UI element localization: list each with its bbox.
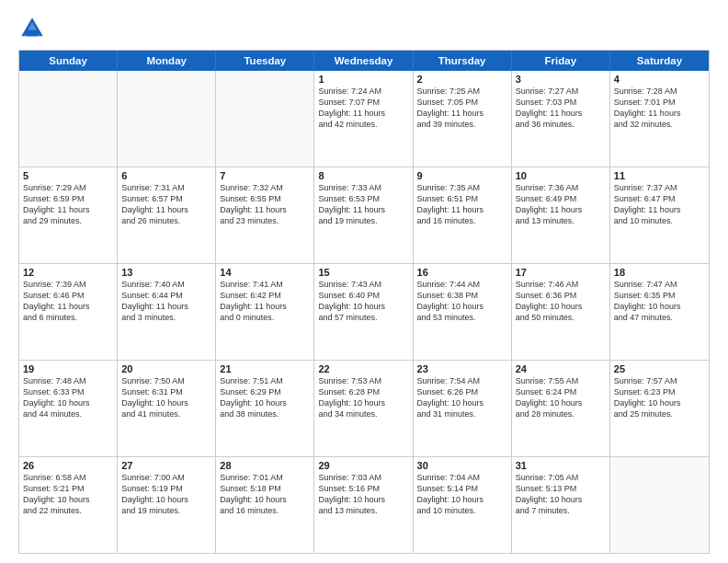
calendar-header-cell: Sunday xyxy=(19,51,118,71)
calendar-header-cell: Saturday xyxy=(610,51,709,71)
day-info: Sunrise: 6:58 AM Sunset: 5:21 PM Dayligh… xyxy=(23,472,113,517)
day-info: Sunrise: 7:28 AM Sunset: 7:01 PM Dayligh… xyxy=(614,86,705,131)
calendar-header-cell: Monday xyxy=(118,51,216,71)
calendar-cell: 14Sunrise: 7:41 AM Sunset: 6:42 PM Dayli… xyxy=(216,264,314,360)
calendar-cell: 31Sunrise: 7:05 AM Sunset: 5:13 PM Dayli… xyxy=(512,457,610,553)
day-number: 2 xyxy=(417,74,507,85)
calendar-row: 19Sunrise: 7:48 AM Sunset: 6:33 PM Dayli… xyxy=(19,360,709,456)
calendar-header-cell: Wednesday xyxy=(314,51,413,71)
day-info: Sunrise: 7:46 AM Sunset: 6:36 PM Dayligh… xyxy=(516,279,606,324)
logo xyxy=(18,15,50,42)
day-number: 27 xyxy=(121,460,211,471)
calendar-cell xyxy=(610,457,709,553)
day-info: Sunrise: 7:37 AM Sunset: 6:47 PM Dayligh… xyxy=(614,182,705,227)
calendar-cell: 6Sunrise: 7:31 AM Sunset: 6:57 PM Daylig… xyxy=(118,167,216,263)
day-info: Sunrise: 7:24 AM Sunset: 7:07 PM Dayligh… xyxy=(318,86,408,131)
calendar-header-cell: Thursday xyxy=(414,51,512,71)
calendar-row: 1Sunrise: 7:24 AM Sunset: 7:07 PM Daylig… xyxy=(19,71,709,167)
calendar-cell: 30Sunrise: 7:04 AM Sunset: 5:14 PM Dayli… xyxy=(414,457,512,553)
day-info: Sunrise: 7:54 AM Sunset: 6:26 PM Dayligh… xyxy=(417,375,507,420)
day-number: 22 xyxy=(318,363,408,374)
day-number: 7 xyxy=(220,170,310,181)
calendar-header-cell: Friday xyxy=(512,51,610,71)
day-number: 31 xyxy=(516,460,606,471)
calendar-header-row: SundayMondayTuesdayWednesdayThursdayFrid… xyxy=(19,51,709,71)
day-info: Sunrise: 7:50 AM Sunset: 6:31 PM Dayligh… xyxy=(121,375,211,420)
day-number: 11 xyxy=(614,170,705,181)
calendar-cell: 28Sunrise: 7:01 AM Sunset: 5:18 PM Dayli… xyxy=(216,457,314,553)
day-number: 17 xyxy=(516,267,606,278)
day-number: 26 xyxy=(23,460,113,471)
logo-icon xyxy=(18,15,46,42)
day-info: Sunrise: 7:01 AM Sunset: 5:18 PM Dayligh… xyxy=(220,472,310,517)
calendar-row: 5Sunrise: 7:29 AM Sunset: 6:59 PM Daylig… xyxy=(19,167,709,263)
page: SundayMondayTuesdayWednesdayThursdayFrid… xyxy=(0,0,728,563)
day-info: Sunrise: 7:43 AM Sunset: 6:40 PM Dayligh… xyxy=(318,279,408,324)
calendar: SundayMondayTuesdayWednesdayThursdayFrid… xyxy=(18,50,710,554)
day-info: Sunrise: 7:04 AM Sunset: 5:14 PM Dayligh… xyxy=(417,472,507,517)
calendar-cell: 15Sunrise: 7:43 AM Sunset: 6:40 PM Dayli… xyxy=(314,264,413,360)
day-info: Sunrise: 7:44 AM Sunset: 6:38 PM Dayligh… xyxy=(417,279,507,324)
calendar-cell: 2Sunrise: 7:25 AM Sunset: 7:05 PM Daylig… xyxy=(414,71,512,167)
day-info: Sunrise: 7:41 AM Sunset: 6:42 PM Dayligh… xyxy=(220,279,310,324)
calendar-body: 1Sunrise: 7:24 AM Sunset: 7:07 PM Daylig… xyxy=(19,71,709,553)
day-info: Sunrise: 7:05 AM Sunset: 5:13 PM Dayligh… xyxy=(516,472,606,517)
day-info: Sunrise: 7:00 AM Sunset: 5:19 PM Dayligh… xyxy=(121,472,211,517)
day-number: 13 xyxy=(121,267,211,278)
day-info: Sunrise: 7:53 AM Sunset: 6:28 PM Dayligh… xyxy=(318,375,408,420)
calendar-cell: 7Sunrise: 7:32 AM Sunset: 6:55 PM Daylig… xyxy=(216,167,314,263)
day-number: 21 xyxy=(220,363,310,374)
day-number: 30 xyxy=(417,460,507,471)
calendar-cell: 24Sunrise: 7:55 AM Sunset: 6:24 PM Dayli… xyxy=(512,361,610,456)
calendar-cell: 27Sunrise: 7:00 AM Sunset: 5:19 PM Dayli… xyxy=(118,457,216,553)
calendar-row: 12Sunrise: 7:39 AM Sunset: 6:46 PM Dayli… xyxy=(19,263,709,360)
calendar-cell: 3Sunrise: 7:27 AM Sunset: 7:03 PM Daylig… xyxy=(512,71,610,167)
day-number: 5 xyxy=(23,170,113,181)
day-number: 29 xyxy=(318,460,408,471)
calendar-cell: 22Sunrise: 7:53 AM Sunset: 6:28 PM Dayli… xyxy=(314,361,413,456)
day-info: Sunrise: 7:55 AM Sunset: 6:24 PM Dayligh… xyxy=(516,375,606,420)
day-number: 19 xyxy=(23,363,113,374)
calendar-cell: 29Sunrise: 7:03 AM Sunset: 5:16 PM Dayli… xyxy=(314,457,413,553)
calendar-cell: 25Sunrise: 7:57 AM Sunset: 6:23 PM Dayli… xyxy=(610,361,709,456)
calendar-cell: 11Sunrise: 7:37 AM Sunset: 6:47 PM Dayli… xyxy=(610,167,709,263)
calendar-cell: 4Sunrise: 7:28 AM Sunset: 7:01 PM Daylig… xyxy=(610,71,709,167)
day-info: Sunrise: 7:31 AM Sunset: 6:57 PM Dayligh… xyxy=(121,182,211,227)
calendar-cell: 5Sunrise: 7:29 AM Sunset: 6:59 PM Daylig… xyxy=(19,167,118,263)
day-info: Sunrise: 7:29 AM Sunset: 6:59 PM Dayligh… xyxy=(23,182,113,227)
svg-rect-2 xyxy=(26,30,38,37)
day-info: Sunrise: 7:36 AM Sunset: 6:49 PM Dayligh… xyxy=(516,182,606,227)
day-info: Sunrise: 7:47 AM Sunset: 6:35 PM Dayligh… xyxy=(614,279,705,324)
day-number: 9 xyxy=(417,170,507,181)
day-info: Sunrise: 7:25 AM Sunset: 7:05 PM Dayligh… xyxy=(417,86,507,131)
day-info: Sunrise: 7:39 AM Sunset: 6:46 PM Dayligh… xyxy=(23,279,113,324)
day-number: 10 xyxy=(516,170,606,181)
day-info: Sunrise: 7:48 AM Sunset: 6:33 PM Dayligh… xyxy=(23,375,113,420)
day-info: Sunrise: 7:35 AM Sunset: 6:51 PM Dayligh… xyxy=(417,182,507,227)
day-number: 8 xyxy=(318,170,408,181)
day-number: 1 xyxy=(318,74,408,85)
calendar-cell: 13Sunrise: 7:40 AM Sunset: 6:44 PM Dayli… xyxy=(118,264,216,360)
day-number: 4 xyxy=(614,74,705,85)
day-info: Sunrise: 7:51 AM Sunset: 6:29 PM Dayligh… xyxy=(220,375,310,420)
day-number: 12 xyxy=(23,267,113,278)
calendar-cell: 26Sunrise: 6:58 AM Sunset: 5:21 PM Dayli… xyxy=(19,457,118,553)
calendar-cell: 12Sunrise: 7:39 AM Sunset: 6:46 PM Dayli… xyxy=(19,264,118,360)
day-number: 16 xyxy=(417,267,507,278)
calendar-cell: 8Sunrise: 7:33 AM Sunset: 6:53 PM Daylig… xyxy=(314,167,413,263)
calendar-cell: 16Sunrise: 7:44 AM Sunset: 6:38 PM Dayli… xyxy=(414,264,512,360)
calendar-cell: 18Sunrise: 7:47 AM Sunset: 6:35 PM Dayli… xyxy=(610,264,709,360)
calendar-cell: 23Sunrise: 7:54 AM Sunset: 6:26 PM Dayli… xyxy=(414,361,512,456)
calendar-cell: 20Sunrise: 7:50 AM Sunset: 6:31 PM Dayli… xyxy=(118,361,216,456)
day-number: 14 xyxy=(220,267,310,278)
day-info: Sunrise: 7:40 AM Sunset: 6:44 PM Dayligh… xyxy=(121,279,211,324)
calendar-row: 26Sunrise: 6:58 AM Sunset: 5:21 PM Dayli… xyxy=(19,456,709,553)
day-number: 28 xyxy=(220,460,310,471)
day-number: 6 xyxy=(121,170,211,181)
calendar-cell xyxy=(118,71,216,167)
calendar-cell: 1Sunrise: 7:24 AM Sunset: 7:07 PM Daylig… xyxy=(314,71,413,167)
day-number: 23 xyxy=(417,363,507,374)
calendar-cell: 21Sunrise: 7:51 AM Sunset: 6:29 PM Dayli… xyxy=(216,361,314,456)
day-number: 18 xyxy=(614,267,705,278)
day-number: 3 xyxy=(516,74,606,85)
